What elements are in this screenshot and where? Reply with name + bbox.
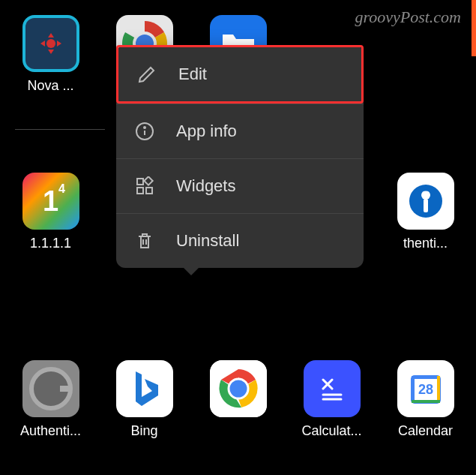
menu-label: Edit bbox=[178, 65, 207, 84]
menu-pointer bbox=[184, 268, 199, 275]
trash-icon bbox=[134, 230, 155, 251]
svg-point-0 bbox=[46, 39, 55, 48]
app-1111[interactable]: 14 1.1.1.1 bbox=[15, 173, 86, 251]
app-nova[interactable]: Nova ... bbox=[15, 15, 86, 94]
app-label: Nova ... bbox=[27, 78, 73, 94]
svg-rect-20 bbox=[412, 376, 440, 379]
menu-item-app-info[interactable]: App info bbox=[116, 104, 364, 158]
svg-rect-30 bbox=[146, 188, 152, 194]
widgets-icon bbox=[134, 176, 155, 197]
menu-item-widgets[interactable]: Widgets bbox=[116, 158, 364, 213]
bing-icon bbox=[116, 360, 173, 417]
one-icon: 14 bbox=[22, 173, 79, 230]
nova-icon bbox=[22, 15, 79, 72]
app-chrome[interactable] bbox=[202, 360, 274, 439]
app-row-3: Authenti... Bing bbox=[15, 360, 461, 439]
svg-point-27 bbox=[144, 127, 145, 128]
app-label: thenti... bbox=[403, 236, 448, 251]
svg-rect-21 bbox=[412, 376, 415, 403]
watermark-text: groovyPost.com bbox=[355, 8, 461, 27]
chrome-icon bbox=[210, 360, 267, 417]
svg-rect-28 bbox=[137, 179, 143, 185]
app-authenticator-r2[interactable]: thenti... bbox=[390, 173, 461, 251]
app-label: Authenti... bbox=[20, 423, 81, 439]
svg-rect-6 bbox=[424, 199, 428, 212]
calendar-icon: 28 bbox=[397, 360, 454, 417]
app-label: Bing bbox=[130, 423, 157, 439]
svg-text:28: 28 bbox=[418, 382, 433, 397]
authenticator-icon bbox=[397, 173, 454, 230]
context-menu: Edit App info Widgets Unin bbox=[116, 45, 364, 268]
pencil-icon bbox=[136, 64, 157, 85]
app-google-auth[interactable]: Authenti... bbox=[15, 360, 86, 439]
calculator-icon bbox=[304, 360, 361, 417]
menu-label: Widgets bbox=[176, 176, 235, 196]
scroll-indicator[interactable] bbox=[472, 0, 476, 56]
svg-point-5 bbox=[421, 191, 430, 200]
svg-rect-10 bbox=[60, 386, 72, 392]
app-label: 1.1.1.1 bbox=[30, 236, 71, 251]
google-auth-icon bbox=[22, 360, 79, 417]
svg-rect-22 bbox=[437, 376, 440, 403]
svg-rect-31 bbox=[144, 176, 152, 185]
app-label: Calculat... bbox=[301, 423, 361, 439]
app-calculator[interactable]: Calculat... bbox=[296, 360, 367, 439]
svg-rect-29 bbox=[137, 188, 143, 194]
menu-label: App info bbox=[176, 122, 237, 141]
svg-rect-23 bbox=[412, 400, 440, 403]
menu-label: Uninstall bbox=[176, 231, 239, 251]
app-bing[interactable]: Bing bbox=[109, 360, 180, 439]
menu-item-uninstall[interactable]: Uninstall bbox=[116, 213, 364, 268]
app-label: Calendar bbox=[398, 423, 453, 439]
section-divider bbox=[15, 129, 105, 130]
app-calendar[interactable]: 28 Calendar bbox=[390, 360, 461, 439]
menu-item-edit[interactable]: Edit bbox=[116, 45, 364, 104]
info-icon bbox=[134, 121, 155, 142]
gear-icon bbox=[37, 30, 64, 57]
